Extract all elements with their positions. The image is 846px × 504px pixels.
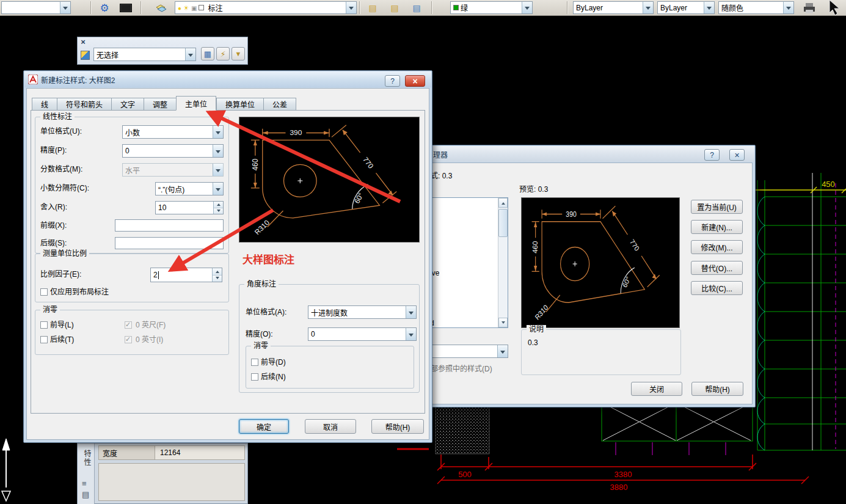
new-style-button[interactable]: 新建(N)... (691, 220, 743, 234)
chevron-down-icon[interactable] (522, 2, 532, 13)
prefix-input[interactable] (115, 219, 224, 232)
angular-trailing-checkbox[interactable] (251, 373, 258, 381)
chevron-down-icon[interactable] (497, 345, 508, 357)
scrollbar-thumb[interactable] (498, 209, 508, 237)
zero-suppression-group: 消零 前导(L) 后续(T) 0 英尺(F) 0 英寸(I) (35, 310, 229, 355)
chevron-down-icon[interactable] (783, 2, 793, 13)
tab-lines[interactable]: 线 (32, 98, 57, 111)
xref-filter-label[interactable]: 部参照中的样式(D) (431, 365, 492, 373)
angular-trailing-label[interactable]: 后续(N) (261, 373, 286, 381)
layer-lock-icon[interactable] (191, 4, 197, 12)
property-value-cell[interactable]: 12164 (155, 446, 244, 459)
precision-combo[interactable]: 0 (122, 144, 224, 158)
layer-select-combo[interactable]: 标注 (175, 1, 357, 14)
dimension-preview: 390 460 770 60° R310 (522, 198, 679, 327)
angular-precision-combo[interactable]: 0 (308, 327, 417, 341)
manager-help-action-button[interactable]: 帮助(H) (691, 382, 743, 396)
scroll-down-icon[interactable] (498, 318, 508, 327)
layer-on-icon[interactable] (178, 4, 181, 12)
style-list-scrollbar[interactable] (498, 198, 508, 327)
round-off-spinner[interactable] (213, 202, 223, 214)
layout-only-checkbox[interactable] (40, 288, 48, 296)
angular-format-combo[interactable]: 十进制度数 (308, 305, 417, 319)
layout-only-label[interactable]: 仅应用到布局标注 (50, 288, 109, 296)
dialog-close-button[interactable] (405, 75, 425, 87)
spinner-up-icon[interactable] (213, 268, 222, 276)
tab-fit[interactable]: 调整 (144, 98, 176, 111)
scale-factor-spinner[interactable] (212, 268, 222, 282)
suffix-input[interactable] (115, 237, 224, 249)
layer-color-swatch-icon[interactable] (199, 5, 204, 10)
panel-menu-icon[interactable] (82, 479, 87, 488)
scale-factor-input[interactable]: 2 (150, 268, 222, 282)
spinner-down-icon[interactable] (213, 276, 222, 282)
angular-format-value: 十进制度数 (311, 307, 348, 318)
toolbar-partial-combo[interactable] (1, 1, 71, 14)
dialog-body: 线 符号和箭头 文字 调整 主单位 换算单位 公差 线性标注 单位格式(U): … (26, 88, 429, 440)
round-off-input[interactable]: 10 (155, 201, 224, 214)
list-filter-combo[interactable] (427, 345, 508, 358)
dialog-titlebar[interactable]: 新建标注样式: 大样图2 (24, 71, 431, 87)
modify-button[interactable]: 修改(M)... (691, 240, 743, 254)
angular-leading-checkbox[interactable] (251, 359, 258, 366)
layer-properties-button[interactable] (151, 1, 171, 15)
quick-select-button[interactable] (201, 47, 214, 60)
panel-sheet-icon[interactable] (82, 490, 89, 499)
compare-button[interactable]: 比较(C)... (691, 281, 743, 295)
chevron-down-icon[interactable] (60, 2, 70, 13)
chevron-down-icon[interactable] (643, 2, 653, 13)
chevron-down-icon[interactable] (213, 145, 223, 157)
color-control-combo[interactable]: 绿 (450, 1, 533, 14)
manager-help-button[interactable] (704, 149, 720, 161)
properties-tab-label[interactable]: 特性 (82, 450, 92, 467)
chevron-down-icon[interactable] (213, 183, 223, 195)
dialog-help-button[interactable] (385, 75, 400, 87)
ok-button[interactable]: 确定 (239, 419, 289, 434)
linetype-control-combo[interactable]: ByLayer (573, 1, 654, 14)
tab-primary-units[interactable]: 主单位 (176, 96, 216, 111)
style-list[interactable]: ive d (427, 197, 508, 328)
chevron-down-icon[interactable] (406, 306, 416, 318)
leading-zero-checkbox[interactable] (40, 321, 48, 329)
angular-leading-label[interactable]: 前导(D) (261, 358, 286, 367)
palette-close-icon[interactable] (79, 37, 87, 46)
unit-format-combo[interactable]: 小数 (122, 125, 224, 139)
description-group: 说明 0.3 (521, 329, 681, 375)
spinner-up-icon[interactable] (214, 202, 223, 208)
inch-zero-checkbox (125, 336, 132, 343)
tab-text[interactable]: 文字 (111, 98, 144, 111)
layer-previous-button[interactable] (385, 1, 404, 15)
trailing-zero-label[interactable]: 后续(T) (50, 335, 74, 344)
trailing-zero-checkbox[interactable] (40, 336, 48, 343)
spinner-down-icon[interactable] (214, 208, 223, 214)
layer-states-button[interactable] (407, 1, 426, 15)
manager-close-button[interactable] (729, 149, 745, 161)
override-button[interactable]: 替代(O)... (691, 261, 743, 275)
display-settings-button[interactable] (116, 1, 136, 15)
selection-type-combo[interactable]: 无选择 (93, 48, 196, 61)
decimal-separator-combo[interactable]: “.”(句点) (155, 182, 224, 195)
plotstyle-control-combo[interactable]: 随颜色 (718, 1, 794, 14)
scroll-up-icon[interactable] (498, 198, 508, 208)
lineweight-control-combo[interactable]: ByLayer (657, 1, 715, 14)
filter-button[interactable] (232, 47, 245, 60)
dialog-help-action-button[interactable]: 帮助(H) (371, 419, 424, 434)
make-layer-current-button[interactable] (363, 1, 382, 15)
chevron-down-icon[interactable] (406, 328, 416, 340)
manager-close-action-button[interactable]: 关闭 (631, 382, 682, 396)
property-row: 宽度 12164 (98, 445, 245, 460)
cancel-button[interactable]: 取消 (305, 419, 356, 434)
settings-gear-button[interactable] (96, 1, 113, 15)
chevron-down-icon[interactable] (213, 126, 223, 138)
select-objects-button[interactable] (216, 47, 230, 60)
chevron-down-icon[interactable] (704, 2, 714, 13)
tab-symbols-arrows[interactable]: 符号和箭头 (57, 98, 111, 111)
chevron-down-icon[interactable] (185, 48, 195, 60)
tab-tolerances[interactable]: 公差 (263, 98, 296, 111)
leading-zero-label[interactable]: 前导(L) (50, 321, 74, 329)
plot-button[interactable] (800, 1, 819, 15)
tab-alternate-units[interactable]: 换算单位 (216, 98, 263, 111)
layer-thaw-icon[interactable] (183, 4, 189, 12)
set-current-button[interactable]: 置为当前(U) (691, 200, 743, 214)
chevron-down-icon[interactable] (346, 2, 356, 13)
